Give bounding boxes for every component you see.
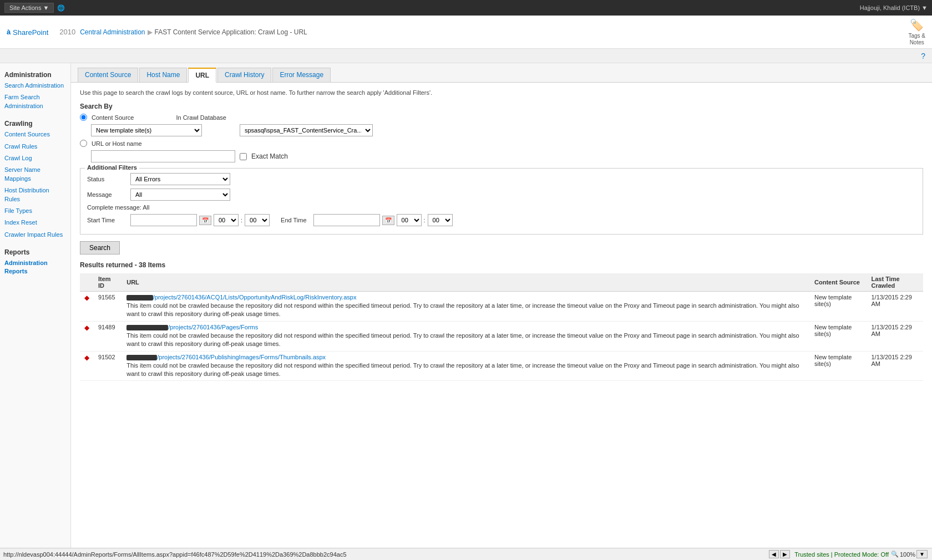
error-icon-3: ◆ bbox=[84, 354, 89, 362]
url-radio-row: URL or Host name bbox=[80, 140, 923, 147]
row2-url-line: /projects/27601436/Pages/Forms bbox=[126, 324, 806, 330]
tab-url[interactable]: URL bbox=[188, 68, 216, 83]
end-date-picker[interactable]: 📅 bbox=[382, 216, 394, 225]
nav-forward[interactable]: ▶ bbox=[780, 550, 790, 558]
table-row: ◆ 91502 /projects/27601436/PublishingIma… bbox=[80, 351, 923, 381]
end-time-label: End Time bbox=[281, 217, 306, 223]
results-summary: Results returned - 38 Items bbox=[80, 261, 923, 269]
table-row: ◆ 91565 /projects/27601436/ACQ1/Lists/Op… bbox=[80, 292, 923, 322]
sidebar-item-crawler-impact[interactable]: Crawler Impact Rules bbox=[0, 229, 70, 241]
row1-url-link[interactable]: /projects/27601436/ACQ1/Lists/Opportunit… bbox=[153, 294, 357, 301]
row3-url-link[interactable]: /projects/27601436/PublishingImages/Form… bbox=[157, 354, 326, 360]
in-crawl-db-select[interactable]: spsasql\spsa_FAST_ContentService_Cra... bbox=[240, 124, 373, 136]
exact-match-checkbox[interactable] bbox=[240, 153, 247, 160]
start-hour-select[interactable]: 00 bbox=[214, 214, 239, 226]
start-colon: : bbox=[241, 217, 242, 223]
tabs-bar: Content Source Host Name URL Crawl Histo… bbox=[71, 63, 932, 83]
row3-redacted bbox=[126, 355, 157, 360]
breadcrumb: Central Administration ▶ FAST Content Se… bbox=[80, 28, 307, 36]
content-source-radio-label: Content Source bbox=[92, 114, 134, 121]
row1-icon: ◆ bbox=[80, 292, 94, 322]
breadcrumb-sep: ▶ bbox=[148, 28, 153, 36]
col-last-crawled: Last Time Crawled bbox=[867, 273, 923, 292]
url-input-row: Exact Match bbox=[91, 150, 923, 162]
sharepoint-logo: à SharePoint 2010 bbox=[7, 26, 75, 39]
col-icon bbox=[80, 273, 94, 292]
sidebar-divider-2 bbox=[0, 241, 70, 245]
bottom-status: Trusted sites | Protected Mode: Off bbox=[794, 551, 889, 558]
site-actions-button[interactable]: Site Actions ▼ bbox=[4, 3, 54, 13]
start-time-label: Start Time bbox=[87, 217, 126, 223]
content-source-radio[interactable] bbox=[80, 114, 87, 121]
search-button[interactable]: Search bbox=[80, 241, 120, 254]
sidebar-item-server-name[interactable]: Server Name Mappings bbox=[0, 164, 70, 185]
tab-content-source[interactable]: Content Source bbox=[78, 68, 138, 82]
sidebar-item-crawl-log[interactable]: Crawl Log bbox=[0, 152, 70, 164]
bottom-url: http://nldevasp004:44444/AdminReports/Fo… bbox=[0, 551, 762, 558]
description-text: Use this page to search the crawl logs b… bbox=[80, 89, 923, 96]
exact-match-label: Exact Match bbox=[251, 152, 288, 160]
tab-host-name[interactable]: Host Name bbox=[139, 68, 187, 82]
sidebar-item-host-dist[interactable]: Host Distribution Rules bbox=[0, 185, 70, 205]
row2-desc: This item could not be crawled because t… bbox=[126, 332, 806, 349]
end-date-input[interactable] bbox=[313, 214, 380, 226]
row1-last-crawled: 1/13/2015 2:29 AM bbox=[867, 292, 923, 322]
user-chevron: ▼ bbox=[921, 4, 928, 11]
table-row: ◆ 91489 /projects/27601436/Pages/Forms T… bbox=[80, 321, 923, 351]
sidebar-item-crawl-rules[interactable]: Crawl Rules bbox=[0, 141, 70, 152]
end-min-select[interactable]: 00 bbox=[428, 214, 453, 226]
message-filter-row: Message All bbox=[87, 189, 916, 201]
row2-url-link[interactable]: /projects/27601436/Pages/Forms bbox=[168, 324, 258, 330]
sub-header: ? bbox=[0, 49, 932, 63]
sidebar-item-file-types[interactable]: File Types bbox=[0, 205, 70, 217]
svg-text:SharePoint: SharePoint bbox=[13, 28, 49, 37]
breadcrumb-current: FAST Content Service Application: Crawl … bbox=[155, 28, 307, 36]
zoom-label: 100% bbox=[900, 551, 915, 558]
col-item-id: Item ID bbox=[94, 273, 122, 292]
cs-db-row: New template site(s) spsasql\spsa_FAST_C… bbox=[91, 124, 923, 136]
breadcrumb-home[interactable]: Central Administration bbox=[80, 28, 145, 36]
sidebar-item-admin-reports[interactable]: Administration Reports bbox=[0, 257, 70, 278]
in-crawl-db-label: In Crawl Database bbox=[176, 114, 226, 121]
url-host-input[interactable] bbox=[91, 150, 235, 162]
error-icon: ◆ bbox=[84, 294, 89, 302]
start-date-input[interactable] bbox=[130, 214, 197, 226]
header: à SharePoint 2010 Central Administration… bbox=[0, 16, 932, 49]
tags-notes-btn[interactable]: 🏷️ Tags &Notes bbox=[908, 18, 925, 46]
row3-url-line: /projects/27601436/PublishingImages/Form… bbox=[126, 354, 806, 360]
col-content-source: Content Source bbox=[810, 273, 867, 292]
message-label: Message bbox=[87, 191, 126, 198]
col-url: URL bbox=[122, 273, 810, 292]
start-min-select[interactable]: 00 bbox=[245, 214, 270, 226]
sidebar-item-index-reset[interactable]: Index Reset bbox=[0, 217, 70, 228]
sidebar-item-content-sources[interactable]: Content Sources bbox=[0, 129, 70, 140]
sidebar-reports-title: Reports bbox=[0, 245, 70, 257]
row3-icon: ◆ bbox=[80, 351, 94, 381]
message-select[interactable]: All bbox=[130, 189, 230, 201]
zoom-dropdown[interactable]: ▼ bbox=[916, 550, 928, 558]
row3-last-crawled: 1/13/2015 2:29 AM bbox=[867, 351, 923, 381]
row3-item-id: 91502 bbox=[94, 351, 122, 381]
tab-crawl-history[interactable]: Crawl History bbox=[217, 68, 271, 82]
sidebar: Administration Search Administration Far… bbox=[0, 63, 71, 560]
tab-error-message[interactable]: Error Message bbox=[272, 68, 331, 82]
help-icon[interactable]: ? bbox=[921, 52, 925, 60]
sidebar-item-search-admin[interactable]: Search Administration bbox=[0, 80, 70, 91]
additional-filters: Additional Filters Status All Errors All… bbox=[80, 168, 923, 235]
sidebar-item-farm-search[interactable]: Farm Search Administration bbox=[0, 91, 70, 112]
row2-content-source: New template site(s) bbox=[810, 321, 867, 351]
site-actions-chevron: ▼ bbox=[43, 4, 49, 11]
row2-item-id: 91489 bbox=[94, 321, 122, 351]
content-source-select[interactable]: New template site(s) bbox=[91, 124, 202, 136]
ms-logo-icon: à bbox=[7, 28, 11, 36]
end-time-row: 📅 00 : 00 bbox=[313, 214, 453, 226]
nav-back[interactable]: ◀ bbox=[769, 550, 779, 558]
start-date-picker[interactable]: 📅 bbox=[199, 216, 211, 225]
status-select[interactable]: All Errors All Success Warning Error bbox=[130, 173, 230, 185]
row2-last-crawled: 1/13/2015 2:29 AM bbox=[867, 321, 923, 351]
top-bar: Site Actions ▼ 🌐 Hajjouji, Khalid (ICTB)… bbox=[0, 0, 932, 16]
end-hour-select[interactable]: 00 bbox=[397, 214, 422, 226]
url-host-radio[interactable] bbox=[80, 140, 87, 147]
site-actions-label: Site Actions bbox=[9, 4, 41, 11]
tags-notes-label: Tags &Notes bbox=[908, 33, 925, 46]
